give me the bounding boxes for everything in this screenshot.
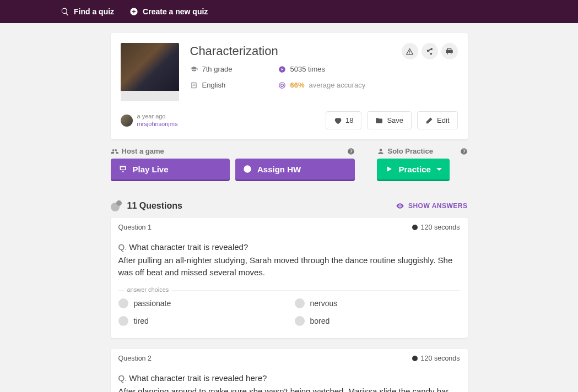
show-answers-button[interactable]: SHOW ANSWERS <box>396 202 468 210</box>
find-quiz-label: Find a quiz <box>74 7 114 16</box>
target-icon <box>278 81 286 89</box>
people-icon <box>111 148 118 155</box>
answer-choice: tired <box>118 316 284 326</box>
eye-icon <box>396 202 404 210</box>
quiz-subject: English <box>190 81 278 89</box>
quiz-header-card: Characterization 7th grade 5035 times En… <box>111 33 468 139</box>
question-stem: Q. <box>118 373 127 383</box>
question-stimulus: After pulling an all-nighter studying, S… <box>118 254 460 279</box>
answer-choices-label: answer choices <box>118 290 460 291</box>
choice-dot-icon <box>295 298 305 308</box>
choice-dot-icon <box>118 298 128 308</box>
search-icon <box>61 7 69 16</box>
edit-button[interactable]: Edit <box>417 111 457 129</box>
avatar <box>121 115 133 127</box>
help-icon[interactable] <box>460 148 468 155</box>
practice-button[interactable]: Practice <box>377 159 450 179</box>
user-icon <box>377 148 385 155</box>
assign-hw-button[interactable]: Assign HW <box>235 159 355 179</box>
presentation-icon <box>118 165 127 173</box>
plus-circle-icon <box>129 7 138 16</box>
print-button[interactable] <box>441 43 458 59</box>
find-quiz-link[interactable]: Find a quiz <box>61 7 114 16</box>
question-card: Question 1 120 seconds Q.What character … <box>111 218 468 338</box>
question-prompt: What character trait is revealed here? <box>129 373 267 383</box>
question-stimulus: After glancing around to make sure she w… <box>118 385 460 392</box>
quiz-thumbnail <box>121 43 179 101</box>
question-stem: Q. <box>118 242 127 252</box>
topbar: Find a quiz Create a new quiz <box>0 0 578 23</box>
answer-choice: bored <box>295 316 460 326</box>
play-icon <box>385 165 393 173</box>
play-live-button[interactable]: Play Live <box>111 159 230 179</box>
question-card: Question 2 120 seconds Q.What character … <box>111 349 468 392</box>
solo-practice-label: Solo Practice <box>388 147 433 155</box>
author-name[interactable]: mrsjohnsonjms <box>137 121 178 128</box>
question-number: Question 2 <box>118 355 152 362</box>
questions-badge-icon <box>111 200 122 211</box>
share-icon <box>425 47 434 56</box>
answer-choice: nervous <box>295 298 460 308</box>
question-prompt: What character trait is revealed? <box>129 242 248 252</box>
chevron-down-icon <box>436 168 442 171</box>
clock-icon <box>412 355 418 362</box>
save-button[interactable]: Save <box>367 111 412 129</box>
author-info: a year ago mrsjohnsonjms <box>121 113 178 128</box>
play-circle-icon <box>278 66 286 73</box>
author-time: a year ago <box>137 113 178 121</box>
quiz-plays: 5035 times <box>278 65 458 73</box>
graduation-cap-icon <box>190 66 198 73</box>
book-icon <box>190 81 198 89</box>
host-game-label: Host a game <box>122 147 164 155</box>
clock-icon <box>412 224 418 231</box>
create-quiz-link[interactable]: Create a new quiz <box>129 7 208 16</box>
quiz-grade: 7th grade <box>190 65 278 73</box>
folder-icon <box>375 117 383 124</box>
choice-dot-icon <box>295 316 305 326</box>
question-time: 120 seconds <box>412 355 460 362</box>
report-button[interactable] <box>402 43 418 59</box>
pencil-icon <box>425 117 433 124</box>
choice-dot-icon <box>118 316 128 326</box>
question-number: Question 1 <box>118 224 152 231</box>
questions-count: 11 Questions <box>127 201 182 211</box>
share-button[interactable] <box>422 43 438 59</box>
like-button[interactable]: 18 <box>326 111 361 129</box>
print-icon <box>445 47 453 56</box>
heart-icon <box>334 117 342 124</box>
answer-choice: passionate <box>118 298 284 308</box>
clock-icon <box>243 165 252 173</box>
quiz-accuracy: 66% average accuracy <box>278 81 458 89</box>
help-icon[interactable] <box>347 148 355 155</box>
question-time: 120 seconds <box>412 224 460 231</box>
create-quiz-label: Create a new quiz <box>143 7 208 16</box>
warning-icon <box>406 47 414 56</box>
